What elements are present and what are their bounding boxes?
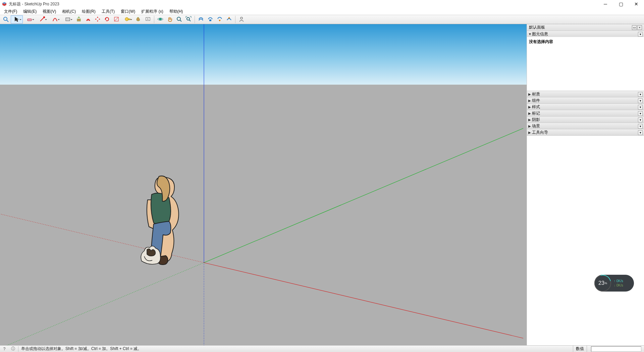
panel-menu-icon[interactable]: ▾ bbox=[638, 98, 643, 103]
info-icon[interactable]: ⓘ bbox=[10, 346, 16, 352]
rectangle-icon bbox=[65, 16, 71, 23]
offset-tool[interactable] bbox=[84, 15, 93, 24]
status-bar: ? ⓘ 单击或拖动以选择对象。Shift = 加/减。Ctrl = 加。Shif… bbox=[0, 345, 644, 352]
pan-tool[interactable] bbox=[165, 15, 174, 24]
user-tool[interactable] bbox=[237, 15, 246, 24]
tape-icon bbox=[124, 16, 130, 23]
panel-header-样式[interactable]: ▶样式▾ bbox=[527, 104, 644, 110]
tray-pin-icon[interactable]: ▭ bbox=[632, 25, 637, 30]
panel-标记: ▶标记▾ bbox=[527, 110, 644, 117]
orbit-icon bbox=[157, 16, 163, 23]
svg-line-3 bbox=[7, 20, 8, 22]
svg-marker-14 bbox=[99, 18, 100, 20]
measurement-label: 数值 bbox=[573, 346, 587, 352]
measurement-input[interactable] bbox=[591, 346, 641, 352]
line-tool[interactable] bbox=[36, 15, 48, 24]
text-icon: A bbox=[145, 16, 151, 23]
menu-bar: 文件(F)编辑(E)视图(V)相机(C)绘图(R)工具(T)窗口(W)扩展程序 … bbox=[0, 8, 644, 15]
panel-header-工具向导[interactable]: ▶工具向导▾ bbox=[527, 129, 644, 135]
warehouse-down-tool[interactable] bbox=[215, 15, 224, 24]
menu-文件(F)[interactable]: 文件(F) bbox=[1, 8, 20, 15]
svg-line-25 bbox=[180, 20, 181, 21]
tray-title-bar[interactable]: 默认面板 ▭ × bbox=[527, 24, 644, 31]
pushpull-tool[interactable] bbox=[74, 15, 83, 24]
maximize-button[interactable]: ▢ bbox=[613, 0, 629, 8]
panel-body: 没有选择内容 bbox=[527, 37, 644, 91]
panel-header-组件[interactable]: ▶组件▾ bbox=[527, 97, 644, 103]
panel-menu-icon[interactable]: ▾ bbox=[638, 92, 643, 97]
panel-header-阴影[interactable]: ▶阴影▾ bbox=[527, 117, 644, 123]
panel-menu-icon[interactable]: ▾ bbox=[638, 124, 643, 129]
move-tool[interactable] bbox=[93, 15, 102, 24]
svg-rect-19 bbox=[128, 19, 130, 20]
pan-icon bbox=[167, 16, 173, 23]
offset-icon bbox=[85, 16, 91, 23]
panel-header-标记[interactable]: ▶标记▾ bbox=[527, 110, 644, 116]
panel-工具向导: ▶工具向导▾ bbox=[527, 129, 644, 136]
minimize-button[interactable]: ─ bbox=[598, 0, 613, 8]
warehouse-3d-tool[interactable] bbox=[197, 15, 205, 24]
select-tool[interactable] bbox=[11, 15, 23, 24]
disclosure-icon: ▶ bbox=[528, 124, 531, 128]
default-tray: 默认面板 ▭ × ▼图元信息▾没有选择内容▶材质▾▶组件▾▶样式▾▶标记▾▶阴影… bbox=[527, 24, 644, 345]
panel-header-场景[interactable]: ▶场景▾ bbox=[527, 123, 644, 129]
menu-窗口(W)[interactable]: 窗口(W) bbox=[118, 8, 138, 15]
svg-rect-9 bbox=[77, 19, 80, 21]
panel-menu-icon[interactable]: ▾ bbox=[638, 130, 643, 135]
menu-视图(V)[interactable]: 视图(V) bbox=[40, 8, 59, 15]
orbit-tool[interactable] bbox=[156, 15, 165, 24]
menu-编辑(E)[interactable]: 编辑(E) bbox=[20, 8, 39, 15]
panel-menu-icon[interactable]: ▾ bbox=[638, 32, 643, 37]
window-title: 无标题 - SketchUp Pro 2023 bbox=[9, 1, 59, 7]
svg-line-36 bbox=[204, 263, 523, 338]
warehouse-up-tool[interactable] bbox=[225, 15, 233, 24]
menu-工具(T)[interactable]: 工具(T) bbox=[99, 8, 117, 15]
zoom-icon bbox=[176, 16, 182, 23]
tape-tool[interactable] bbox=[121, 15, 133, 24]
select-icon bbox=[14, 16, 20, 23]
paint-icon bbox=[136, 16, 142, 23]
menu-相机(C)[interactable]: 相机(C) bbox=[59, 8, 78, 15]
svg-point-26 bbox=[187, 17, 190, 20]
network-percent: 23 bbox=[598, 280, 604, 286]
close-button[interactable]: ✕ bbox=[629, 0, 644, 8]
disclosure-icon: ▶ bbox=[528, 99, 531, 102]
svg-rect-8 bbox=[66, 18, 70, 21]
menu-绘图(R)[interactable]: 绘图(R) bbox=[79, 8, 98, 15]
svg-marker-11 bbox=[97, 16, 98, 18]
svg-marker-4 bbox=[15, 17, 19, 22]
rectangle-tool[interactable] bbox=[62, 15, 74, 24]
app-logo-icon bbox=[2, 2, 7, 6]
paint-tool[interactable] bbox=[134, 15, 143, 24]
disclosure-icon: ▶ bbox=[528, 92, 531, 96]
eraser-tool[interactable] bbox=[23, 15, 36, 24]
svg-line-35 bbox=[0, 263, 204, 345]
help-icon[interactable]: ? bbox=[1, 346, 7, 352]
zoom-extents-tool[interactable] bbox=[184, 15, 193, 24]
rotate-tool[interactable] bbox=[103, 15, 111, 24]
panel-header-材质[interactable]: ▶材质▾ bbox=[527, 91, 644, 97]
viewport[interactable] bbox=[0, 24, 527, 345]
scale-figure[interactable] bbox=[138, 174, 188, 274]
warehouse-3d-icon bbox=[198, 16, 204, 23]
network-widget[interactable]: 23% ↑ 0K/s ↓ 0K/s bbox=[594, 275, 634, 292]
arc-tool[interactable] bbox=[49, 15, 61, 24]
text-tool[interactable]: A bbox=[144, 15, 152, 24]
zoom-tool[interactable] bbox=[175, 15, 183, 24]
tray-close-icon[interactable]: × bbox=[637, 25, 642, 30]
menu-帮助(H)[interactable]: 帮助(H) bbox=[167, 8, 186, 15]
panel-阴影: ▶阴影▾ bbox=[527, 117, 644, 123]
panel-menu-icon[interactable]: ▾ bbox=[638, 105, 643, 109]
panel-menu-icon[interactable]: ▾ bbox=[638, 111, 643, 116]
menu-扩展程序 (x)[interactable]: 扩展程序 (x) bbox=[139, 8, 166, 15]
pushpull-icon bbox=[76, 16, 82, 23]
panel-menu-icon[interactable]: ▾ bbox=[638, 118, 643, 122]
panel-场景: ▶场景▾ bbox=[527, 123, 644, 129]
panel-header-图元信息[interactable]: ▼图元信息▾ bbox=[527, 31, 644, 37]
scale-tool[interactable] bbox=[112, 15, 121, 24]
panel-样式: ▶样式▾ bbox=[527, 104, 644, 110]
search-tool[interactable] bbox=[1, 15, 10, 24]
warehouse-ext-tool[interactable] bbox=[206, 15, 215, 24]
svg-point-2 bbox=[4, 17, 7, 20]
toolbar-separator bbox=[195, 16, 195, 23]
